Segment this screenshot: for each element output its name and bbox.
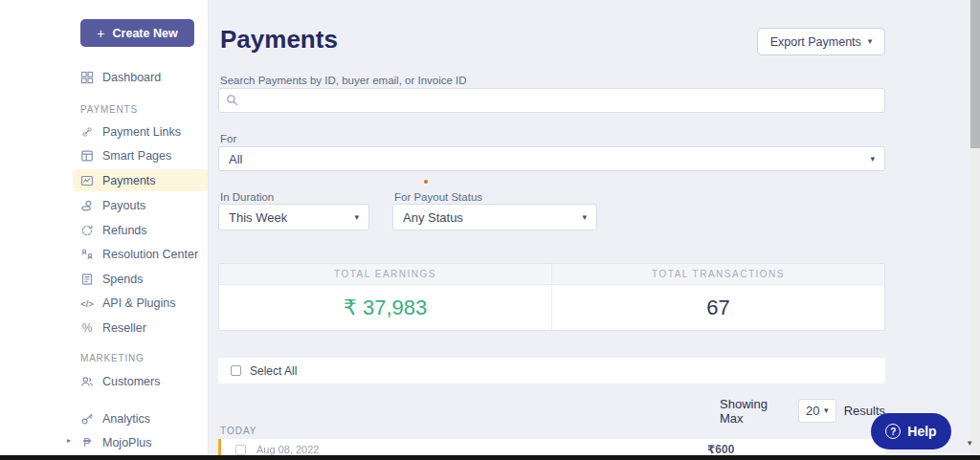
sidebar-item-label: Payments	[102, 174, 156, 187]
payouts-coins-icon	[80, 199, 94, 212]
help-button[interactable]: ? Help	[871, 413, 951, 449]
select-all-label: Select All	[250, 364, 297, 378]
sidebar-section-marketing: MARKETING	[80, 353, 145, 363]
row-checkbox[interactable]	[235, 445, 246, 455]
sidebar-item-label: Spends	[102, 273, 143, 286]
today-group-label: TODAY	[220, 426, 257, 436]
customers-people-icon	[80, 375, 94, 388]
sidebar-item-label: Refunds	[102, 224, 147, 237]
sidebar-item-label: Payouts	[102, 199, 145, 212]
sidebar-item-mojoplus[interactable]: ₱ MojoPlus	[80, 432, 151, 453]
select-all-bar: Select All	[218, 358, 885, 383]
search-icon	[226, 94, 238, 106]
duration-select[interactable]: This Week ▾	[218, 204, 369, 230]
for-select-value: All	[229, 152, 242, 166]
for-select[interactable]: All ▾	[218, 146, 885, 171]
notification-dot	[424, 180, 428, 184]
export-payments-label: Export Payments	[770, 35, 861, 49]
search-field-wrap	[218, 88, 885, 113]
chevron-down-icon: ▾	[870, 155, 875, 164]
sidebar-item-label: Resolution Center	[102, 248, 198, 261]
sidebar-item-payments[interactable]: Payments	[80, 170, 156, 191]
payout-status-select[interactable]: Any Status ▾	[392, 204, 597, 230]
showing-max-prefix: Showing Max	[720, 397, 791, 426]
help-label: Help	[907, 424, 936, 439]
chevron-down-icon: ▾	[354, 213, 359, 222]
reseller-percent-icon: %	[80, 321, 94, 335]
page-title: Payments	[220, 25, 338, 55]
api-code-icon: </>	[80, 296, 94, 310]
chevron-down-icon: ▾	[868, 37, 873, 46]
mojoplus-expand-icon[interactable]: ▸	[67, 436, 71, 445]
search-label: Search Payments by ID, buyer email, or I…	[220, 75, 467, 86]
sidebar: + Create New Dashboard PAYMENTS Payment …	[0, 0, 209, 460]
link-icon	[80, 125, 94, 139]
refunds-arrow-icon	[80, 224, 94, 237]
sidebar-item-dashboard[interactable]: Dashboard	[80, 67, 161, 88]
payments-chart-icon	[80, 174, 94, 187]
sidebar-item-api-plugins[interactable]: </> API & Plugins	[80, 293, 175, 314]
sidebar-item-payment-links[interactable]: Payment Links	[80, 121, 181, 142]
resolution-center-icon	[80, 248, 94, 261]
sidebar-item-label: Payment Links	[102, 125, 181, 139]
sidebar-item-label: Dashboard	[102, 71, 161, 84]
sidebar-item-label: Customers	[102, 375, 160, 388]
export-payments-button[interactable]: Export Payments ▾	[757, 28, 885, 55]
sidebar-item-customers[interactable]: Customers	[80, 371, 160, 392]
sidebar-item-label: MojoPlus	[102, 436, 151, 449]
spends-document-icon	[80, 273, 94, 286]
scroll-down-icon[interactable]: ▾	[968, 438, 972, 448]
chevron-down-icon: ▾	[582, 213, 587, 222]
duration-select-value: This Week	[229, 210, 287, 225]
create-new-button[interactable]: + Create New	[80, 19, 194, 47]
sidebar-item-label: Reseller	[102, 321, 146, 335]
sidebar-item-refunds[interactable]: Refunds	[80, 220, 147, 241]
sidebar-item-spends[interactable]: Spends	[80, 269, 143, 290]
sidebar-item-resolution-center[interactable]: Resolution Center	[80, 244, 198, 265]
payout-status-label: For Payout Status	[394, 191, 482, 203]
select-all-checkbox[interactable]	[231, 365, 241, 376]
sidebar-section-payments: PAYMENTS	[80, 104, 138, 115]
sidebar-item-label: Analytics	[102, 412, 150, 426]
totals-card: TOTAL EARNINGS TOTAL TRANSACTIONS ₹ 37,9…	[218, 263, 885, 331]
total-transactions-value: 67	[552, 285, 884, 330]
bottom-edge-bar	[0, 455, 980, 460]
in-duration-label: In Duration	[220, 191, 274, 203]
results-count-value: 20	[806, 404, 819, 418]
create-new-label: Create New	[113, 27, 178, 40]
question-icon: ?	[885, 424, 901, 439]
sidebar-item-label: Smart Pages	[102, 149, 171, 163]
mojoplus-icon: ₱	[80, 436, 94, 449]
row-date: Aug 08, 2022	[256, 444, 319, 455]
showing-max-control: Showing Max 20 ▾ Results	[720, 399, 885, 423]
analytics-key-icon	[80, 412, 94, 426]
row-amount: ₹600	[707, 443, 734, 456]
for-label: For	[220, 133, 236, 144]
smart-pages-icon	[80, 149, 94, 163]
sidebar-item-analytics[interactable]: Analytics	[80, 408, 150, 429]
dashboard-grid-icon	[80, 71, 94, 84]
sidebar-item-smart-pages[interactable]: Smart Pages	[80, 145, 171, 166]
search-input[interactable]	[218, 88, 885, 113]
sidebar-item-payouts[interactable]: Payouts	[80, 195, 145, 216]
results-count-select[interactable]: 20 ▾	[798, 399, 836, 423]
total-earnings-value: ₹ 37,983	[219, 285, 552, 330]
chevron-down-icon: ▾	[824, 406, 829, 415]
total-transactions-header: TOTAL TRANSACTIONS	[552, 264, 884, 284]
sidebar-item-label: API & Plugins	[102, 296, 175, 310]
payout-status-select-value: Any Status	[403, 210, 463, 225]
plus-icon: +	[97, 26, 104, 41]
total-earnings-header: TOTAL EARNINGS	[219, 264, 552, 284]
scrollbar-thumb[interactable]	[970, 0, 980, 148]
sidebar-item-reseller[interactable]: % Reseller	[80, 318, 146, 339]
